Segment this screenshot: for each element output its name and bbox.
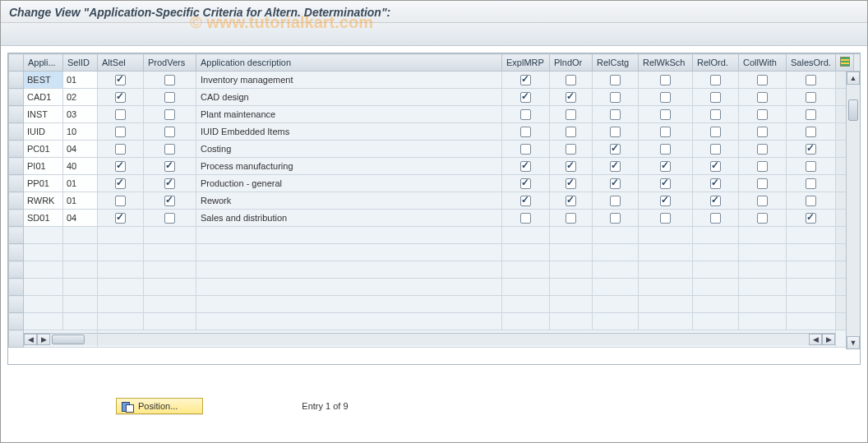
checkbox[interactable]	[660, 144, 671, 155]
cell-selid[interactable]	[63, 175, 98, 192]
cell-salesord[interactable]	[787, 210, 836, 227]
checkbox[interactable]	[566, 213, 576, 224]
cell-altsel[interactable]	[98, 72, 144, 89]
cell-relord[interactable]	[693, 141, 739, 158]
selid-input[interactable]	[63, 123, 97, 140]
checkbox[interactable]	[757, 127, 768, 137]
cell-collwith[interactable]	[739, 72, 787, 89]
checkbox[interactable]	[566, 75, 576, 85]
position-button[interactable]: Position...	[116, 398, 203, 414]
col-altsel[interactable]: AltSel	[98, 54, 144, 72]
cell-salesord[interactable]	[787, 89, 836, 106]
cell-relord[interactable]	[693, 89, 739, 106]
cell-appli[interactable]	[24, 158, 63, 175]
row-selector[interactable]	[9, 106, 24, 123]
checkbox[interactable]	[115, 213, 126, 224]
cell-plndor[interactable]	[550, 106, 593, 123]
cell-prodvers[interactable]	[144, 141, 196, 158]
cell-relcstg[interactable]	[593, 192, 639, 210]
scroll-left-button[interactable]: ◀	[809, 334, 822, 345]
scroll-down-button[interactable]: ▼	[847, 336, 860, 349]
checkbox[interactable]	[164, 178, 175, 189]
row-selector[interactable]	[9, 192, 24, 210]
cell-relcstg[interactable]	[593, 89, 639, 106]
checkbox[interactable]	[115, 127, 126, 137]
checkbox[interactable]	[115, 92, 126, 103]
row-selector[interactable]	[9, 296, 24, 313]
checkbox[interactable]	[710, 75, 721, 85]
checkbox[interactable]	[806, 144, 816, 155]
cell-relwksch[interactable]	[639, 89, 693, 106]
hscroll-fixed[interactable]: ◀▶	[24, 333, 97, 345]
checkbox[interactable]	[164, 75, 175, 85]
cell-altsel[interactable]	[98, 175, 144, 192]
cell-explmrp[interactable]	[502, 141, 550, 158]
row-selector[interactable]	[9, 123, 24, 141]
checkbox[interactable]	[710, 178, 721, 189]
checkbox[interactable]	[164, 127, 175, 137]
checkbox[interactable]	[610, 196, 621, 206]
selid-input[interactable]	[63, 175, 97, 192]
row-selector[interactable]	[9, 244, 24, 261]
cell-appli[interactable]	[24, 123, 63, 141]
checkbox[interactable]	[806, 109, 816, 120]
checkbox[interactable]	[520, 109, 531, 120]
cell-collwith[interactable]	[739, 158, 787, 175]
appli-input[interactable]	[24, 123, 62, 140]
checkbox[interactable]	[710, 92, 721, 103]
checkbox[interactable]	[566, 144, 576, 155]
checkbox[interactable]	[566, 109, 576, 120]
cell-collwith[interactable]	[739, 89, 787, 106]
checkbox[interactable]	[757, 144, 768, 155]
cell-appli[interactable]	[24, 192, 63, 210]
checkbox[interactable]	[757, 161, 768, 172]
cell-plndor[interactable]	[550, 158, 593, 175]
cell-collwith[interactable]	[739, 141, 787, 158]
checkbox[interactable]	[806, 92, 816, 103]
cell-relwksch[interactable]	[639, 192, 693, 210]
col-appli[interactable]: Appli...	[24, 54, 63, 72]
checkbox[interactable]	[806, 213, 816, 224]
cell-altsel[interactable]	[98, 192, 144, 210]
checkbox[interactable]	[806, 127, 816, 137]
cell-plndor[interactable]	[550, 210, 593, 227]
cell-relcstg[interactable]	[593, 175, 639, 192]
cell-altsel[interactable]	[98, 106, 144, 123]
checkbox[interactable]	[115, 161, 126, 172]
checkbox[interactable]	[520, 213, 531, 224]
selid-input[interactable]	[63, 158, 97, 174]
cell-altsel[interactable]	[98, 123, 144, 141]
checkbox[interactable]	[757, 109, 768, 120]
row-selector[interactable]	[9, 210, 24, 227]
checkbox[interactable]	[610, 144, 621, 155]
checkbox[interactable]	[520, 127, 531, 137]
cell-relwksch[interactable]	[639, 175, 693, 192]
selid-input[interactable]	[63, 106, 97, 122]
checkbox[interactable]	[164, 109, 175, 120]
checkbox[interactable]	[610, 161, 621, 172]
checkbox[interactable]	[115, 109, 126, 120]
cell-selid[interactable]	[63, 141, 98, 158]
checkbox[interactable]	[710, 127, 721, 137]
col-salesord[interactable]: SalesOrd.	[787, 54, 836, 72]
checkbox[interactable]	[806, 178, 816, 189]
vertical-scrollbar[interactable]: ▲ ▼	[846, 72, 860, 349]
checkbox[interactable]	[610, 178, 621, 189]
appli-input[interactable]	[24, 158, 62, 174]
cell-prodvers[interactable]	[144, 158, 196, 175]
col-collwith[interactable]: CollWith	[739, 54, 787, 72]
checkbox[interactable]	[566, 92, 576, 103]
cell-explmrp[interactable]	[502, 210, 550, 227]
selid-input[interactable]	[63, 89, 97, 105]
row-selector[interactable]	[9, 313, 24, 330]
cell-prodvers[interactable]	[144, 210, 196, 227]
col-explmrp[interactable]: ExplMRP	[502, 54, 550, 72]
cell-relwksch[interactable]	[639, 106, 693, 123]
col-relord[interactable]: RelOrd.	[693, 54, 739, 72]
col-appdesc[interactable]: Application description	[196, 54, 502, 72]
checkbox[interactable]	[806, 75, 816, 85]
selid-input[interactable]	[63, 192, 97, 209]
checkbox[interactable]	[520, 178, 531, 189]
checkbox[interactable]	[520, 196, 531, 206]
selid-input[interactable]	[63, 210, 97, 226]
